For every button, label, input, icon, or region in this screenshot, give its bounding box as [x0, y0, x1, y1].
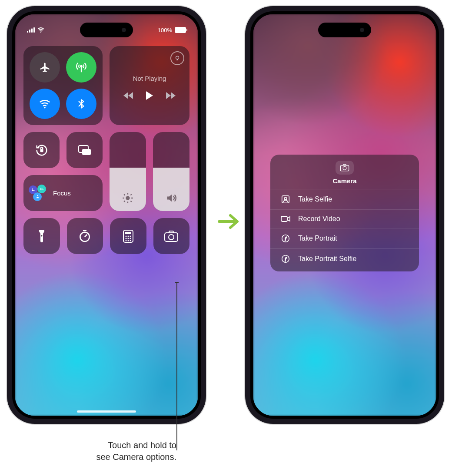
svg-point-17 — [125, 235, 126, 237]
dynamic-island — [318, 23, 371, 37]
svg-point-4 — [40, 32, 41, 33]
battery-percent-text: 100% — [158, 27, 172, 33]
svg-point-14 — [80, 232, 90, 241]
focus-label: Focus — [53, 189, 71, 197]
callout-line-2: see Camera options. — [50, 451, 176, 463]
iphone-right: Camera Take Selfie Record Video — [245, 6, 444, 424]
orientation-lock-button[interactable] — [23, 132, 60, 168]
svg-point-19 — [130, 235, 131, 237]
control-center: Not Playing — [23, 46, 189, 254]
connectivity-tile[interactable] — [23, 46, 103, 125]
orientation-lock-icon — [34, 143, 49, 158]
media-tile[interactable]: Not Playing — [110, 46, 189, 125]
svg-point-25 — [130, 240, 131, 241]
svg-point-12 — [126, 196, 130, 200]
flashlight-icon — [37, 229, 47, 244]
svg-rect-0 — [27, 31, 28, 33]
calculator-icon — [123, 229, 134, 243]
svg-point-18 — [127, 235, 129, 237]
svg-text:f: f — [285, 236, 287, 241]
screen-mirroring-icon — [77, 144, 92, 156]
svg-point-7 — [176, 56, 179, 59]
wifi-icon — [38, 97, 51, 110]
camera-quick-actions-menu: Camera Take Selfie Record Video — [270, 155, 419, 271]
callout-text: Touch and hold to see Camera options. — [50, 440, 176, 463]
svg-point-23 — [125, 240, 126, 241]
svg-point-29 — [343, 166, 346, 170]
callout-leader-line — [176, 282, 177, 450]
menu-item-label: Record Video — [298, 215, 340, 223]
camera-menu-title: Camera — [332, 177, 356, 185]
dynamic-island — [80, 23, 133, 37]
volume-slider[interactable] — [153, 132, 189, 211]
timer-button[interactable] — [67, 218, 103, 254]
callout-line-1: Touch and hold to — [50, 440, 176, 451]
svg-point-27 — [169, 235, 174, 240]
brightness-icon — [122, 192, 134, 204]
focus-button[interactable]: Focus — [23, 175, 103, 211]
svg-point-22 — [130, 238, 131, 239]
wifi-status-icon — [37, 27, 44, 33]
home-indicator[interactable] — [77, 410, 136, 413]
svg-point-13 — [41, 235, 42, 236]
svg-rect-16 — [125, 232, 131, 234]
person-icon — [33, 192, 42, 201]
menu-item-take-selfie[interactable]: Take Selfie — [270, 189, 419, 209]
bluetooth-toggle[interactable] — [66, 89, 96, 119]
svg-rect-10 — [82, 149, 91, 155]
flashlight-button[interactable] — [23, 218, 60, 254]
svg-point-5 — [80, 66, 82, 67]
svg-point-20 — [125, 238, 126, 239]
bed-icon — [37, 185, 46, 193]
now-playing-text: Not Playing — [133, 75, 166, 82]
svg-point-21 — [127, 238, 129, 239]
svg-rect-3 — [33, 27, 35, 33]
svg-rect-2 — [31, 29, 33, 33]
portrait-icon: f — [280, 234, 291, 243]
svg-point-31 — [284, 197, 287, 200]
svg-rect-28 — [340, 165, 349, 171]
airplane-icon — [39, 61, 51, 73]
airplane-mode-toggle[interactable] — [30, 52, 60, 83]
svg-point-6 — [44, 107, 46, 109]
menu-item-take-portrait-selfie[interactable]: f Take Portrait Selfie — [270, 248, 419, 269]
video-icon — [280, 215, 291, 223]
forward-button[interactable] — [165, 92, 176, 99]
svg-rect-8 — [40, 149, 43, 152]
airplay-button[interactable] — [170, 51, 184, 65]
menu-item-take-portrait[interactable]: f Take Portrait — [270, 228, 419, 248]
menu-item-label: Take Portrait — [298, 235, 337, 242]
play-button[interactable] — [145, 91, 154, 100]
menu-item-label: Take Portrait Selfie — [298, 255, 356, 263]
svg-text:f: f — [285, 257, 287, 261]
calculator-button[interactable] — [110, 218, 146, 254]
menu-item-record-video[interactable]: Record Video — [270, 209, 419, 228]
camera-icon — [336, 161, 354, 175]
wifi-toggle[interactable] — [30, 89, 60, 119]
svg-rect-32 — [281, 216, 287, 221]
portrait-selfie-icon: f — [280, 254, 291, 264]
brightness-slider[interactable] — [110, 132, 146, 211]
screen-mirroring-button[interactable] — [66, 132, 103, 168]
volume-icon — [165, 192, 177, 204]
svg-rect-1 — [29, 30, 30, 33]
camera-button[interactable] — [153, 218, 190, 254]
camera-icon — [164, 230, 179, 242]
airplay-icon — [174, 55, 180, 61]
volume-fill — [153, 168, 189, 211]
brightness-fill — [110, 168, 146, 211]
selfie-icon — [280, 195, 291, 204]
transition-arrow-icon — [216, 213, 241, 230]
cellular-data-toggle[interactable] — [66, 52, 96, 83]
bluetooth-icon — [76, 97, 87, 110]
battery-icon — [175, 27, 186, 33]
cell-tower-icon — [75, 61, 88, 74]
timer-icon — [78, 229, 92, 243]
cell-signal-icon — [27, 27, 35, 33]
svg-point-11 — [37, 195, 38, 196]
rewind-button[interactable] — [123, 92, 134, 99]
menu-item-label: Take Selfie — [298, 195, 332, 203]
focus-icons-cluster — [29, 185, 49, 202]
svg-point-24 — [127, 240, 129, 241]
